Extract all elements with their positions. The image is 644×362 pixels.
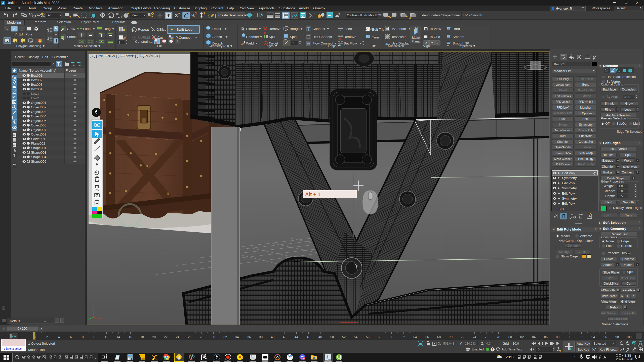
svg-text:NURMS: NURMS [138,36,150,39]
svg-text:{: { [208,13,210,18]
svg-text:?: ? [195,12,197,15]
svg-text:Flow Connect: Flow Connect [312,41,333,45]
svg-text:[ + ] [ Perspective ] [ Standa: [ + ] [ Perspective ] [ Standard* ] [ Ed… [89,54,159,57]
svg-text:Remove: Remove [269,27,281,31]
svg-text:Relax: Relax [212,27,221,31]
svg-text:Weld: Weld [246,41,254,45]
svg-text:Insert: Insert [344,27,352,31]
svg-text:MAX: MAX [328,359,331,360]
svg-text:Z: Z [437,41,439,45]
svg-text:Grow: Grow [67,27,75,31]
svg-text:?: ? [187,12,189,16]
svg-text:Smooth: Smooth [453,35,464,39]
svg-text:ExtendBorders: ExtendBorders [420,14,440,17]
svg-text:Tessellate: Tessellate [391,35,407,39]
svg-text:Edit Tris: Edit Tris [372,28,384,31]
svg-text:UV 2 Smooth: UV 2 Smooth [463,14,482,17]
svg-text:Cut: Cut [157,36,163,39]
svg-text:Target: Target [269,41,278,45]
svg-text:?: ? [203,12,205,15]
svg-text:ShapeConnect: ShapeConnect [441,14,462,17]
svg-text:Constraints:: Constraints: [135,40,153,43]
svg-text:Spin: Spin [290,35,297,39]
svg-text:Make: Make [412,36,420,39]
svg-text:Detach: Detach [212,41,223,45]
svg-text:Create Selection Set: Create Selection Set [218,14,247,17]
svg-text:Extrude: Extrude [246,27,258,31]
svg-text:7: Edit Poly: 7: Edit Poly [15,32,32,36]
svg-text:Shrink: Shrink [67,35,77,39]
svg-text:To View: To View [429,27,441,31]
svg-text:Connect: Connect [312,27,325,31]
svg-text:Swift Loop: Swift Loop [177,28,192,31]
svg-text:Alt + 1: Alt + 1 [305,192,320,197]
svg-text:Set Flow: Set Flow [344,41,357,45]
svg-text:Repeat: Repeat [138,28,149,31]
svg-text:P Connect: P Connect [176,36,191,39]
svg-text:1: 1 [118,41,120,44]
svg-text:Ring: Ring [104,27,111,31]
svg-text:Smooth 30: Smooth 30 [453,41,469,45]
svg-text:Planar: Planar [412,40,421,43]
svg-text:To Grid: To Grid [429,35,440,39]
svg-text:%: % [190,13,195,18]
svg-text:1: 1 [292,41,294,45]
svg-text:View: View [132,14,138,17]
svg-text:Dist Connect: Dist Connect [312,35,332,39]
svg-text:?: ? [178,12,180,16]
svg-text:X: X [425,41,427,45]
svg-text:Loop: Loop [83,27,91,31]
svg-text:Hard: Hard [453,27,460,31]
svg-text:Turn: Turn [372,35,379,39]
svg-text:}: } [214,13,216,18]
svg-text:Bridge: Bridge [290,27,300,31]
svg-text:30: 30 [446,44,449,47]
svg-text:3: 3 [175,13,178,18]
svg-text:A: A [603,355,606,359]
svg-text:MSmooth: MSmooth [391,27,406,31]
svg-text:x: x [101,318,103,321]
svg-text:Chamfer: Chamfer [246,35,259,39]
svg-text:QSlice: QSlice [156,28,167,31]
svg-text:All: All [48,14,51,17]
svg-text:Y: Y [431,41,433,45]
svg-text:Remove: Remove [344,35,356,39]
svg-text:11: 11 [264,32,266,35]
svg-text:Attach: Attach [212,35,222,39]
svg-text:z: z [93,305,94,308]
svg-text:LEFT: LEFT [532,65,538,67]
svg-text:Use Displac...: Use Displac... [391,41,412,45]
svg-text:Split: Split [269,35,275,39]
